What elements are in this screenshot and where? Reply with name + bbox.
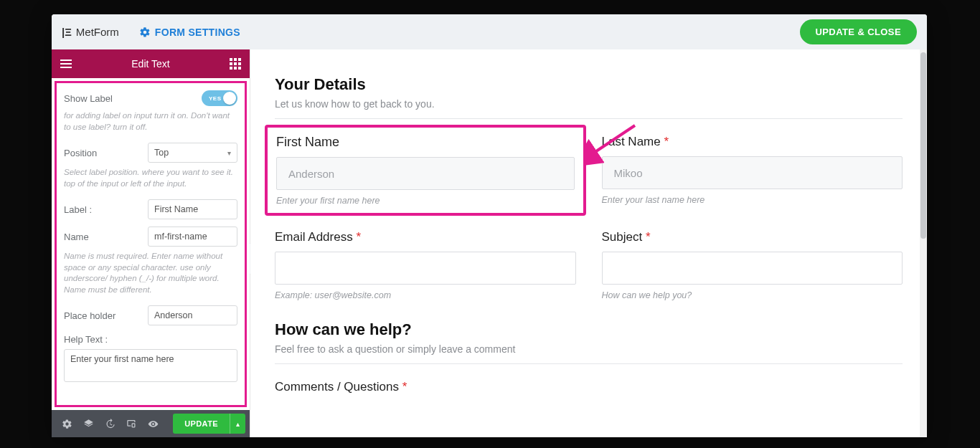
field-email[interactable]: Email Address * Example: user@website.co… — [275, 230, 576, 300]
subject-help: How can we help you? — [602, 290, 903, 300]
first-name-selected-highlight: First Name Enter your first name here — [265, 125, 586, 216]
subject-label-text: Subject — [602, 230, 643, 244]
first-name-input[interactable] — [276, 157, 575, 190]
update-options-button[interactable]: ▴ — [230, 414, 245, 434]
position-value: Top — [154, 148, 169, 158]
section-divider — [275, 363, 903, 364]
name-input[interactable] — [148, 227, 237, 247]
sidebar-controls-panel: Show Label YES for adding label on input… — [55, 81, 247, 407]
history-button[interactable] — [99, 413, 121, 434]
chevron-up-icon: ▴ — [236, 420, 240, 428]
email-help: Example: user@website.com — [275, 290, 576, 300]
preview-scrollbar[interactable] — [920, 49, 927, 437]
settings-button[interactable] — [56, 413, 77, 434]
toggle-state-text: YES — [209, 95, 222, 102]
show-label-desc: for adding label on input turn it on. Do… — [64, 110, 237, 133]
required-asterisk: * — [402, 380, 407, 394]
comments-label-text: Comments / Questions — [275, 380, 399, 394]
modal-body: Edit Text Show Label YES for adding labe… — [52, 49, 927, 437]
scrollbar-thumb[interactable] — [920, 52, 926, 239]
required-asterisk: * — [646, 230, 651, 244]
brand-label: MetForm — [76, 26, 119, 38]
update-button[interactable]: UPDATE — [173, 414, 230, 434]
control-name: Name — [64, 227, 237, 247]
email-label-text: Email Address — [275, 230, 353, 244]
sidebar-bottom-toolbar: UPDATE ▴ — [52, 410, 250, 437]
subject-label: Subject * — [602, 230, 903, 244]
annotation-arrow-icon — [583, 120, 641, 173]
svg-line-0 — [592, 125, 635, 154]
form-settings-label: FORM SETTINGS — [155, 27, 240, 38]
last-name-label: Last Name * — [602, 135, 903, 149]
layers-icon — [83, 419, 94, 429]
label-field-label: Label : — [64, 204, 136, 215]
section2-subtitle: Feel free to ask a question or simply le… — [275, 343, 903, 355]
field-last-name[interactable]: Last Name * Enter your last name here — [602, 135, 903, 206]
devices-icon — [126, 419, 137, 429]
comments-label: Comments / Questions * — [275, 380, 903, 394]
update-and-close-button[interactable]: UPDATE & CLOSE — [800, 19, 917, 44]
control-placeholder: Place holder — [64, 305, 237, 325]
field-first-name[interactable]: First Name Enter your first name here — [275, 135, 576, 206]
position-select[interactable]: Top ▾ — [148, 143, 237, 163]
tab-form-settings[interactable]: FORM SETTINGS — [139, 27, 240, 38]
form-preview-canvas: Your Details Let us know how to get back… — [250, 49, 927, 437]
metform-modal: |Ξ MetForm FORM SETTINGS UPDATE & CLOSE … — [52, 14, 927, 437]
show-label-label: Show Label — [64, 93, 136, 104]
placeholder-input[interactable] — [148, 305, 237, 325]
helptext-field-label: Help Text : — [64, 334, 237, 345]
last-name-help: Enter your last name here — [602, 195, 903, 205]
preview-button[interactable] — [142, 413, 164, 434]
subject-input[interactable] — [602, 252, 903, 285]
label-input[interactable] — [148, 199, 237, 219]
chevron-down-icon: ▾ — [227, 149, 231, 157]
widgets-grid-icon[interactable] — [230, 58, 241, 70]
control-position: Position Top ▾ — [64, 143, 237, 163]
sidebar-title-bar: Edit Text — [52, 49, 250, 78]
responsive-button[interactable] — [121, 413, 142, 434]
required-asterisk: * — [664, 135, 669, 148]
email-input[interactable] — [275, 252, 576, 285]
elementor-logo-icon: |Ξ — [62, 26, 72, 38]
update-button-group: UPDATE ▴ — [173, 414, 245, 434]
brand: |Ξ MetForm — [62, 26, 119, 38]
first-name-label: First Name — [276, 135, 575, 150]
placeholder-field-label: Place holder — [64, 310, 136, 321]
gear-icon — [139, 27, 151, 38]
settings-sidebar: Edit Text Show Label YES for adding labe… — [52, 49, 250, 437]
control-label-text: Label : — [64, 199, 237, 219]
position-desc: Select label position. where you want to… — [64, 167, 237, 189]
modal-header: |Ξ MetForm FORM SETTINGS UPDATE & CLOSE — [52, 14, 927, 49]
history-icon — [105, 419, 116, 429]
eye-icon — [148, 419, 159, 429]
gear-icon — [62, 419, 72, 429]
sidebar-title: Edit Text — [72, 58, 230, 70]
name-field-label: Name — [64, 232, 136, 242]
navigator-button[interactable] — [77, 413, 99, 434]
control-helptext: Help Text : — [64, 334, 237, 382]
name-desc: Name is must required. Enter name withou… — [64, 251, 237, 295]
section-divider — [275, 118, 903, 119]
section2-title: How can we help? — [275, 320, 903, 339]
menu-icon[interactable] — [60, 59, 72, 68]
first-name-help: Enter your first name here — [276, 196, 575, 206]
section1-subtitle: Let us know how to get back to you. — [275, 98, 903, 110]
email-label: Email Address * — [275, 230, 576, 244]
show-label-toggle[interactable]: YES — [202, 90, 237, 106]
form-grid: First Name Enter your first name here La… — [275, 135, 903, 300]
field-subject[interactable]: Subject * How can we help you? — [602, 230, 903, 300]
last-name-input[interactable] — [602, 156, 903, 189]
section1-title: Your Details — [275, 75, 903, 94]
toggle-knob-icon — [223, 92, 236, 105]
required-asterisk: * — [356, 230, 361, 244]
control-show-label: Show Label YES — [64, 90, 237, 106]
helptext-textarea[interactable] — [64, 349, 237, 382]
position-label: Position — [64, 148, 136, 158]
